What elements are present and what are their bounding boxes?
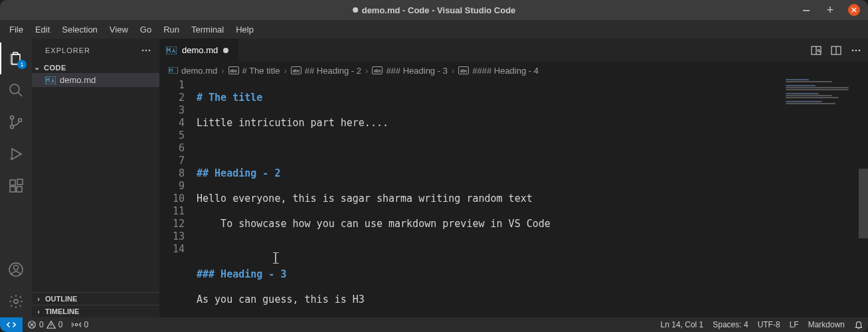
svg-rect-10	[17, 179, 23, 185]
activity-explorer[interactable]: 1	[0, 42, 32, 74]
status-indent[interactable]: Spaces: 4	[708, 317, 752, 332]
title-dirty-dot-icon	[353, 7, 358, 13]
tab-label: demo.md	[182, 45, 218, 55]
menu-edit[interactable]: Edit	[30, 22, 55, 37]
svg-point-24	[859, 49, 861, 51]
activity-run-debug[interactable]	[0, 138, 32, 170]
svg-point-6	[10, 157, 13, 160]
markdown-file-icon	[166, 46, 177, 54]
symbol-string-icon: abc	[372, 66, 383, 74]
breadcrumb-h2: abc## Heading - 2	[291, 66, 361, 76]
menu-run[interactable]: Run	[158, 22, 185, 37]
editor-group: demo.md demo.md › abc# The ti	[159, 39, 868, 317]
activity-settings[interactable]	[0, 286, 32, 317]
editor-scrollbar[interactable]	[859, 79, 868, 317]
markdown-file-icon	[169, 67, 178, 74]
activity-accounts[interactable]	[0, 254, 32, 286]
chevron-right-icon: ›	[365, 66, 368, 76]
svg-point-12	[14, 266, 19, 270]
activity-source-control[interactable]	[0, 106, 32, 138]
status-problems[interactable]: 0 0	[23, 317, 67, 332]
tab-dirty-dot-icon	[223, 48, 228, 53]
svg-point-5	[19, 119, 22, 122]
remote-button[interactable]	[0, 317, 23, 332]
menu-go[interactable]: Go	[135, 22, 157, 37]
menu-terminal[interactable]: Terminal	[186, 22, 229, 37]
scrollbar-thumb[interactable]	[859, 169, 868, 238]
editor-tabs: demo.md	[159, 39, 868, 62]
close-button[interactable]	[848, 4, 860, 16]
svg-rect-9	[17, 187, 22, 192]
maximize-button[interactable]: +	[824, 4, 836, 16]
symbol-string-icon: abc	[291, 66, 302, 74]
status-bar: 0 0 0 Ln 14, Col 1 Spaces: 4 UTF-8 LF Ma…	[0, 317, 868, 332]
chevron-right-icon: ›	[35, 307, 43, 315]
breadcrumb-h3: abc### Heading - 3	[372, 66, 448, 76]
editor-more-button[interactable]	[851, 45, 861, 56]
menu-file[interactable]: File	[4, 22, 29, 37]
svg-point-15	[145, 49, 147, 51]
chevron-right-icon: ›	[452, 66, 454, 76]
window-title-text: demo.md - Code - Visual Studio Code	[362, 5, 516, 15]
code-editor[interactable]: 123 456 789 101112 1314 # The title Litt…	[159, 79, 868, 317]
chevron-down-icon: ⌄	[33, 63, 41, 72]
status-cursor[interactable]: Ln 14, Col 1	[656, 317, 709, 332]
svg-point-23	[855, 49, 857, 51]
status-ports[interactable]: 0	[67, 317, 93, 332]
explorer-title: EXPLORER	[45, 46, 90, 54]
svg-rect-0	[803, 10, 810, 11]
tab-demo-md[interactable]: demo.md	[159, 39, 239, 62]
svg-point-2	[10, 84, 19, 94]
menu-bar: File Edit Selection View Go Run Terminal…	[0, 20, 868, 39]
svg-point-22	[852, 49, 854, 51]
breadcrumbs[interactable]: demo.md › abc# The title › abc## Heading…	[159, 62, 868, 79]
menu-view[interactable]: View	[104, 22, 133, 37]
breadcrumb-h1: abc# The title	[228, 66, 280, 76]
menu-selection[interactable]: Selection	[56, 22, 102, 37]
symbol-string-icon: abc	[228, 66, 239, 74]
open-preview-side-button[interactable]	[811, 45, 822, 56]
activity-search[interactable]	[0, 74, 32, 106]
status-language[interactable]: Markdown	[804, 317, 849, 332]
svg-point-4	[11, 125, 14, 129]
workspace-section[interactable]: ⌄ CODE	[32, 62, 159, 73]
symbol-string-icon: abc	[458, 66, 469, 74]
line-numbers: 123 456 789 101112 1314	[159, 79, 197, 317]
file-name: demo.md	[60, 75, 96, 85]
outline-label: OUTLINE	[45, 295, 77, 303]
status-encoding[interactable]: UTF-8	[753, 317, 785, 332]
svg-point-14	[142, 49, 144, 51]
status-notifications[interactable]	[849, 317, 868, 332]
title-bar: demo.md - Code - Visual Studio Code +	[0, 0, 868, 20]
file-tree-item[interactable]: demo.md	[32, 73, 159, 87]
chevron-right-icon: ›	[35, 295, 43, 303]
svg-point-13	[14, 299, 18, 303]
minimize-button[interactable]	[800, 4, 812, 16]
explorer-sidebar: EXPLORER ⌄ CODE demo.md › OUTLINE › TIME…	[32, 39, 159, 317]
activity-bar: 1	[0, 39, 32, 317]
timeline-section[interactable]: › TIMELINE	[32, 305, 159, 317]
text-cursor-icon	[275, 253, 276, 263]
svg-point-3	[11, 116, 14, 120]
svg-rect-7	[10, 180, 15, 185]
svg-point-27	[76, 323, 78, 326]
split-editor-button[interactable]	[831, 45, 841, 56]
svg-point-16	[149, 49, 151, 51]
activity-extensions[interactable]	[0, 170, 32, 202]
window-title: demo.md - Code - Visual Studio Code	[353, 5, 516, 15]
status-eol[interactable]: LF	[785, 317, 804, 332]
svg-point-20	[818, 49, 820, 51]
workspace-name: CODE	[44, 64, 66, 72]
explorer-badge: 1	[17, 60, 27, 69]
explorer-more-icon[interactable]	[141, 45, 151, 56]
svg-rect-8	[10, 187, 15, 192]
menu-help[interactable]: Help	[230, 22, 259, 37]
outline-section[interactable]: › OUTLINE	[32, 292, 159, 305]
timeline-label: TIMELINE	[45, 307, 79, 315]
code-content[interactable]: # The title Little intricution part here…	[197, 79, 868, 317]
markdown-file-icon	[45, 76, 56, 84]
breadcrumb-h4: abc#### Heading - 4	[458, 66, 539, 76]
breadcrumb-file: demo.md	[169, 66, 217, 76]
chevron-right-icon: ›	[221, 66, 224, 76]
chevron-right-icon: ›	[284, 66, 286, 76]
